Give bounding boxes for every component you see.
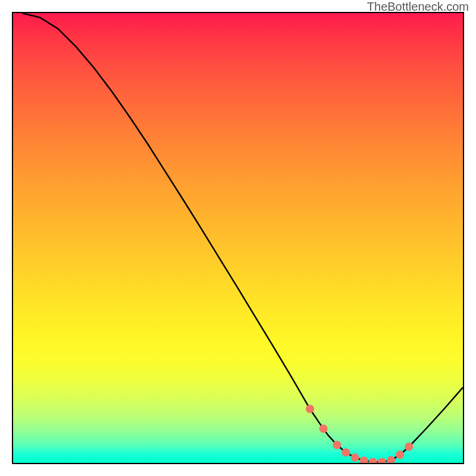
data-point	[396, 450, 404, 459]
data-point	[405, 443, 413, 451]
bottleneck-curve	[22, 13, 463, 462]
data-point	[378, 458, 386, 463]
data-points-group	[306, 405, 413, 463]
data-point	[333, 441, 341, 449]
data-point	[306, 405, 314, 413]
chart-container: TheBottleneck.com	[0, 0, 476, 476]
data-point	[387, 456, 395, 463]
data-point	[342, 449, 350, 457]
plot-area	[12, 12, 464, 464]
data-point	[320, 425, 328, 433]
data-point	[360, 456, 368, 463]
data-point	[351, 453, 359, 462]
data-point	[369, 458, 377, 463]
curve-svg	[13, 13, 463, 463]
